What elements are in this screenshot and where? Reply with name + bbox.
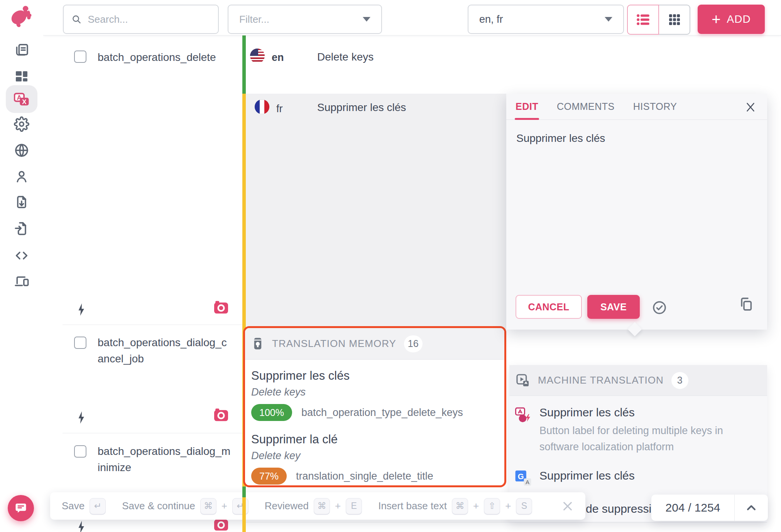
translation-memory-header: TRANSLATION MEMORY 16 bbox=[245, 328, 504, 360]
topbar: en, fr + ADD bbox=[43, 0, 781, 35]
target-translation-cell bbox=[246, 94, 506, 330]
sidebar: A X bbox=[0, 0, 43, 532]
sidebar-item-languages[interactable] bbox=[13, 142, 30, 159]
scroll-top-button[interactable] bbox=[735, 495, 768, 521]
dashboard-icon bbox=[14, 69, 29, 84]
tm-entry-source: Delete keys bbox=[251, 386, 498, 398]
svg-text:X: X bbox=[22, 98, 27, 106]
key-cmd: ⌘ bbox=[200, 498, 216, 514]
save-continue-action[interactable]: Save & continue ⌘ + ↵ bbox=[122, 498, 248, 514]
status-bar-translated bbox=[242, 487, 246, 497]
key-checkbox[interactable] bbox=[74, 51, 86, 63]
key-name[interactable]: batch_operations_delete bbox=[98, 49, 233, 66]
row-divider bbox=[63, 325, 242, 325]
sidebar-item-api[interactable] bbox=[13, 247, 30, 264]
key-checkbox[interactable] bbox=[74, 337, 86, 349]
key-s: S bbox=[516, 498, 532, 514]
devices-icon bbox=[14, 273, 29, 288]
key-return: ↵ bbox=[232, 498, 248, 514]
key-name[interactable]: batch_operations_dialog_cancel_job bbox=[98, 335, 233, 367]
add-button[interactable]: + ADD bbox=[698, 5, 765, 34]
cancel-button[interactable]: CANCEL bbox=[516, 295, 582, 319]
tab-history[interactable]: HISTORY bbox=[633, 94, 677, 120]
languages-value: en, fr bbox=[479, 13, 605, 25]
section-title: TRANSLATION MEMORY bbox=[272, 338, 396, 350]
match-percentage-badge: 77% bbox=[251, 468, 287, 485]
key-cmd: ⌘ bbox=[452, 498, 468, 514]
count-badge: 3 bbox=[671, 372, 688, 389]
sidebar-item-dashboard[interactable] bbox=[13, 68, 30, 85]
mouse-logo-icon[interactable] bbox=[8, 3, 33, 30]
insert-base-text-action[interactable]: Insert base text ⌘ + ⇧ + S bbox=[378, 498, 532, 514]
grid-view-icon bbox=[666, 12, 683, 28]
copy-icon[interactable] bbox=[738, 296, 754, 312]
sidebar-item-settings[interactable] bbox=[13, 116, 30, 133]
reviewed-action[interactable]: Reviewed ⌘ + E bbox=[265, 498, 362, 514]
target-translation-text[interactable]: Supprimer les clés bbox=[317, 101, 406, 114]
grid-view-button[interactable] bbox=[658, 5, 690, 35]
list-view-icon bbox=[635, 12, 651, 28]
key-checkbox[interactable] bbox=[74, 445, 86, 458]
editor-panel: EDIT COMMENTS HISTORY Supprimer les clés… bbox=[506, 94, 767, 330]
sidebar-item-documents[interactable] bbox=[13, 42, 30, 59]
close-icon[interactable] bbox=[744, 101, 757, 114]
count-badge: 16 bbox=[404, 335, 423, 352]
key-list: batch_operations_delete batch_operations… bbox=[43, 35, 242, 532]
google-translate-icon: G A bbox=[515, 469, 532, 488]
row-divider bbox=[63, 433, 242, 433]
tm-entry[interactable]: Supprimer les clés Delete keys 100% batc… bbox=[251, 369, 498, 421]
mt-entry-description: Button label for deleting multiple keys … bbox=[539, 423, 759, 455]
plus-icon: + bbox=[712, 12, 720, 27]
key-return: ↵ bbox=[90, 498, 106, 514]
svg-text:A: A bbox=[526, 479, 529, 485]
machine-translation-header: MACHINE TRANSLATION 3 bbox=[509, 365, 767, 396]
mt-entry-text: Supprimer les clés bbox=[539, 469, 635, 482]
mt-entry[interactable]: Supprimer les clés Button label for dele… bbox=[515, 406, 759, 455]
flag-us-icon bbox=[250, 49, 265, 63]
key-shift: ⇧ bbox=[484, 498, 500, 514]
screenshot-camera-icon[interactable] bbox=[213, 300, 229, 314]
search-input[interactable] bbox=[88, 13, 210, 25]
screenshot-camera-icon[interactable] bbox=[213, 408, 229, 422]
sidebar-item-contributors[interactable] bbox=[13, 168, 30, 185]
languages-dropdown[interactable]: en, fr bbox=[468, 5, 624, 34]
key-cmd: ⌘ bbox=[314, 498, 330, 514]
close-icon[interactable] bbox=[561, 500, 574, 512]
tm-entry-key: translation_single_delete_title bbox=[296, 470, 433, 482]
mt-entry[interactable]: G A Supprimer les clés bbox=[515, 469, 759, 488]
filter-dropdown[interactable] bbox=[228, 5, 382, 34]
match-percentage-badge: 100% bbox=[251, 404, 292, 421]
status-bar-unverified bbox=[242, 497, 246, 532]
tab-edit[interactable]: EDIT bbox=[516, 94, 538, 120]
upload-document-icon bbox=[14, 221, 29, 236]
sidebar-item-upload[interactable] bbox=[13, 220, 30, 237]
gear-icon bbox=[14, 116, 29, 132]
mark-reviewed-icon[interactable] bbox=[652, 300, 667, 315]
search-box bbox=[63, 5, 219, 34]
chat-button[interactable] bbox=[8, 495, 34, 521]
app-root: A X bbox=[0, 0, 781, 532]
translation-memory-list: Supprimer les clés Delete keys 100% batc… bbox=[245, 360, 504, 485]
list-view-button[interactable] bbox=[627, 5, 659, 35]
chevron-down-icon bbox=[363, 17, 370, 22]
download-document-icon bbox=[14, 195, 29, 210]
translation-memory-section: TRANSLATION MEMORY 16 Supprimer les clés… bbox=[243, 326, 506, 487]
tm-entry-key: batch_operation_type_delete_keys bbox=[301, 407, 463, 419]
svg-text:G: G bbox=[518, 472, 524, 480]
save-button[interactable]: SAVE bbox=[587, 295, 640, 319]
sidebar-item-translations[interactable]: A X bbox=[13, 91, 30, 108]
editor-tabbar: EDIT COMMENTS HISTORY bbox=[506, 94, 767, 120]
save-action[interactable]: Save ↵ bbox=[62, 498, 106, 514]
source-translation-text[interactable]: Delete keys bbox=[317, 51, 374, 63]
sidebar-item-apps[interactable] bbox=[13, 272, 30, 289]
lightning-icon bbox=[76, 303, 86, 316]
tab-comments[interactable]: COMMENTS bbox=[557, 94, 615, 120]
pagination: 204 / 1254 bbox=[651, 495, 768, 521]
translation-editor-textarea[interactable]: Supprimer les clés bbox=[516, 132, 756, 145]
filter-input[interactable] bbox=[239, 13, 363, 25]
section-title: MACHINE TRANSLATION bbox=[538, 374, 664, 386]
tm-entry[interactable]: Supprimer la clé Delete key 77% translat… bbox=[251, 433, 498, 485]
sidebar-item-download[interactable] bbox=[13, 194, 30, 211]
machine-translation-icon bbox=[516, 373, 530, 388]
key-name[interactable]: batch_operations_dialog_minimize bbox=[98, 443, 233, 476]
